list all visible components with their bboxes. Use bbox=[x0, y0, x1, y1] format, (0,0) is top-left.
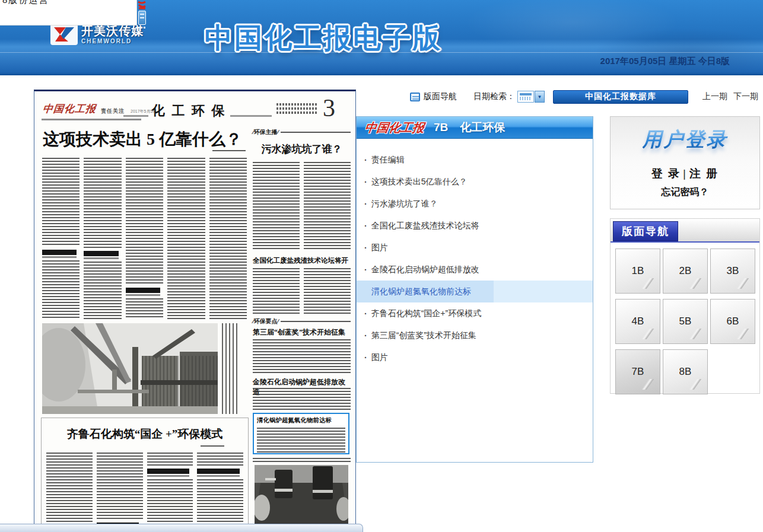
article-title: 齐鲁石化构筑“国企+”环保模式 bbox=[371, 308, 482, 319]
page-button-3b[interactable]: 3B bbox=[710, 249, 755, 294]
bullet-icon: · bbox=[364, 155, 367, 165]
article-title: 责任编辑 bbox=[371, 155, 405, 165]
newspaper-photo-construction bbox=[42, 323, 218, 414]
qilu-byline bbox=[201, 445, 224, 448]
newspaper-photo-tanks bbox=[255, 465, 348, 525]
highlighted-article-box: 渭化锅炉超氮氧化物前达标 bbox=[253, 413, 349, 454]
page-grid: 1B 2B 3B 4B 5B 6B 7B 8B bbox=[611, 243, 759, 400]
simulated-text-line bbox=[253, 458, 351, 464]
seal-dashes bbox=[138, 27, 146, 28]
forgot-password-link[interactable]: 忘记密码？ bbox=[611, 186, 759, 199]
masthead-tagline: 责任关注 bbox=[101, 107, 125, 115]
headline-forum: 全国化工废盐残渣技术论坛将开 bbox=[253, 256, 351, 265]
qilu-columns bbox=[46, 453, 243, 532]
headline-main: 这项技术卖出 5 亿靠什么？ bbox=[43, 128, 256, 151]
logo-cn-text: 开美沃传媒 bbox=[81, 25, 144, 37]
section-rule-right bbox=[230, 115, 272, 117]
article-list-item[interactable]: ·图片 bbox=[357, 346, 593, 368]
logo-en-text: CHEMWORLD bbox=[81, 39, 144, 44]
page-button-4b[interactable]: 4B bbox=[615, 299, 660, 344]
article-title: 图片 bbox=[371, 243, 388, 253]
date-picker-dropdown[interactable]: ▼ bbox=[535, 91, 545, 103]
byline bbox=[212, 150, 246, 153]
article-list-item[interactable]: ·全国化工废盐残渣技术论坛将 bbox=[357, 215, 593, 237]
column-label-2: ∕环保要点∕ bbox=[253, 317, 351, 326]
chemworld-logo-icon bbox=[50, 24, 78, 45]
page-button-7b-current[interactable]: 7B bbox=[615, 349, 660, 394]
main-article-columns bbox=[42, 158, 247, 319]
login-link[interactable]: 登 录 bbox=[651, 167, 681, 180]
article-title: 第三届“创蓝奖”技术开始征集 bbox=[371, 330, 476, 341]
article-title: 污水渗坑坑了谁？ bbox=[371, 199, 438, 209]
clipped-popup: 8版份运营 bbox=[0, 0, 137, 26]
newspaper-page-image[interactable]: 中国化工报 责任关注 2017年5月5日 化 工 环 保 3 这项技术卖出 5 … bbox=[34, 90, 356, 532]
page-button-2b[interactable]: 2B bbox=[663, 249, 708, 294]
article-list-item[interactable]: ·金陵石化启动锅炉超低排放改 bbox=[357, 259, 593, 281]
article-list-item[interactable]: ·齐鲁石化构筑“国企+”环保模式 bbox=[357, 302, 593, 324]
user-login-box: 用户登录 登 录|注 册 忘记密码？ bbox=[610, 116, 760, 209]
login-title: 用户登录 bbox=[643, 126, 728, 153]
article-title: 渭化锅炉超氮氧化物前达标 bbox=[371, 286, 471, 297]
section-rule-left bbox=[123, 115, 148, 117]
page-button-5b[interactable]: 5B bbox=[663, 299, 708, 344]
login-separator: | bbox=[683, 167, 687, 180]
article-title: 金陵石化启动锅炉超低排放改 bbox=[371, 265, 479, 275]
article-panel-header: 中国化工报 7B 化工环保 bbox=[357, 117, 593, 139]
bullet-icon: · bbox=[364, 221, 367, 231]
page-nav-header: 版面导航 bbox=[611, 219, 759, 243]
article-title: 全国化工废盐残渣技术论坛将 bbox=[371, 221, 479, 231]
status-bar bbox=[0, 524, 363, 532]
seal-stack bbox=[136, 1, 148, 28]
article-list-item[interactable]: ·这项技术卖出5亿靠什么？ bbox=[357, 171, 593, 193]
masthead-info-lines bbox=[276, 103, 318, 116]
page-nav-panel: 版面导航 1B 2B 3B 4B 5B 6B 7B 8B bbox=[610, 218, 760, 394]
blue-bookmark-icon bbox=[138, 11, 146, 25]
layout-nav-link[interactable]: 版面导航 bbox=[424, 91, 457, 102]
panel-section-label: 化工环保 bbox=[460, 120, 505, 135]
red-seal-icon bbox=[137, 1, 147, 9]
article-title: 这项技术卖出5亿靠什么？ bbox=[371, 177, 468, 187]
article-list-item[interactable]: ·责任编辑 bbox=[357, 149, 593, 171]
page-button-6b[interactable]: 6B bbox=[710, 299, 755, 344]
simulated-text-block bbox=[253, 339, 351, 375]
clipped-popup-text: 8版份运营 bbox=[2, 0, 136, 6]
prev-issue-link[interactable]: 上一期 bbox=[702, 91, 727, 102]
simulated-text-block bbox=[253, 388, 351, 410]
panel-script-logo: 中国化工报 bbox=[364, 120, 425, 136]
article-list-item[interactable]: ·图片 bbox=[357, 237, 593, 259]
bullet-icon: · bbox=[364, 243, 367, 253]
headline-award: 第三届“创蓝奖”技术开始征集 bbox=[253, 327, 351, 337]
photo-caption-vertical bbox=[222, 323, 237, 414]
layout-nav-icon bbox=[410, 93, 420, 101]
database-button[interactable]: 中国化工报数据库 bbox=[553, 90, 688, 104]
article-list-item[interactable]: ·污水渗坑坑了谁？ bbox=[357, 193, 593, 215]
article-list-item-selected[interactable]: ·渭化锅炉超氮氧化物前达标 bbox=[357, 281, 593, 302]
bullet-icon: · bbox=[364, 177, 367, 187]
toolbar: 版面导航 日期检索： ▼ 中国化工报数据库 上一期 下一期 bbox=[410, 89, 758, 104]
newspaper-masthead-logo: 中国化工报 bbox=[42, 102, 97, 116]
headline-sewage: 污水渗坑坑了谁？ bbox=[253, 142, 351, 156]
article-title: 图片 bbox=[371, 352, 388, 363]
section-title: 化 工 环 保 bbox=[152, 102, 227, 120]
date-picker-input[interactable] bbox=[517, 91, 534, 103]
headline-qilu: 齐鲁石化构筑“国企 +”环保模式 bbox=[42, 426, 248, 442]
chemworld-logo[interactable]: 开美沃传媒 CHEMWORLD bbox=[50, 24, 144, 45]
page-nav-tab[interactable]: 版面导航 bbox=[613, 221, 678, 241]
qilu-article-box: 齐鲁石化构筑“国企 +”环保模式 bbox=[41, 418, 249, 532]
next-issue-link[interactable]: 下一期 bbox=[733, 91, 758, 102]
article-list: ·责任编辑 ·这项技术卖出5亿靠什么？ ·污水渗坑坑了谁？ ·全国化工废盐残渣技… bbox=[357, 139, 593, 368]
headline-weihua: 渭化锅炉超氮氧化物前达标 bbox=[257, 416, 345, 425]
bullet-icon: · bbox=[364, 353, 367, 362]
simulated-text-column bbox=[304, 162, 351, 250]
date-search-label: 日期检索： bbox=[473, 91, 515, 102]
page-number: 3 bbox=[323, 94, 335, 122]
site-title: 中国化工报电子版 bbox=[205, 20, 442, 57]
bullet-icon: · bbox=[364, 331, 367, 340]
bullet-icon: · bbox=[364, 309, 367, 318]
article-list-item[interactable]: ·第三届“创蓝奖”技术开始征集 bbox=[357, 324, 593, 346]
register-link[interactable]: 注 册 bbox=[689, 167, 719, 180]
page-button-1b[interactable]: 1B bbox=[615, 249, 660, 294]
page-button-8b[interactable]: 8B bbox=[663, 349, 708, 394]
panel-page-label: 7B bbox=[434, 121, 448, 134]
login-links-row: 登 录|注 册 bbox=[611, 166, 759, 181]
